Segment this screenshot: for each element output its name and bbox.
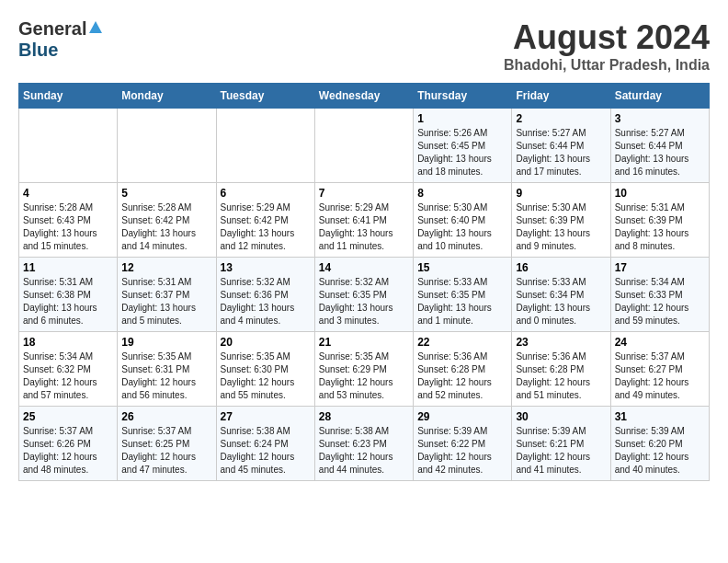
calendar-table: SundayMondayTuesdayWednesdayThursdayFrid… <box>18 83 710 481</box>
day-info: Sunrise: 5:36 AM Sunset: 6:28 PM Dayligh… <box>417 350 507 402</box>
calendar-cell: 22Sunrise: 5:36 AM Sunset: 6:28 PM Dayli… <box>414 332 512 407</box>
day-info: Sunrise: 5:39 AM Sunset: 6:20 PM Dayligh… <box>615 425 705 477</box>
calendar-cell: 24Sunrise: 5:37 AM Sunset: 6:27 PM Dayli… <box>610 332 709 407</box>
day-number: 13 <box>221 261 311 274</box>
day-number: 7 <box>319 187 409 200</box>
day-info: Sunrise: 5:34 AM Sunset: 6:33 PM Dayligh… <box>615 276 705 327</box>
title-area: August 2024 Bhadohi, Uttar Pradesh, Indi… <box>504 18 710 74</box>
day-info: Sunrise: 5:33 AM Sunset: 6:35 PM Dayligh… <box>417 276 507 327</box>
day-info: Sunrise: 5:38 AM Sunset: 6:23 PM Dayligh… <box>319 425 409 477</box>
calendar-cell: 31Sunrise: 5:39 AM Sunset: 6:20 PM Dayli… <box>610 407 709 481</box>
day-info: Sunrise: 5:37 AM Sunset: 6:26 PM Dayligh… <box>23 425 113 477</box>
day-number: 30 <box>516 410 606 423</box>
day-info: Sunrise: 5:28 AM Sunset: 6:43 PM Dayligh… <box>23 201 113 253</box>
calendar-cell <box>118 109 216 183</box>
day-info: Sunrise: 5:31 AM Sunset: 6:37 PM Dayligh… <box>121 276 211 327</box>
day-header-thursday: Thursday <box>414 84 512 109</box>
logo-arrow-icon <box>88 20 103 39</box>
calendar-cell: 9Sunrise: 5:30 AM Sunset: 6:39 PM Daylig… <box>512 183 610 258</box>
day-number: 31 <box>615 410 705 423</box>
month-year: August 2024 <box>504 18 710 57</box>
day-info: Sunrise: 5:38 AM Sunset: 6:24 PM Dayligh… <box>221 425 311 477</box>
day-info: Sunrise: 5:32 AM Sunset: 6:35 PM Dayligh… <box>319 276 409 327</box>
calendar-cell: 19Sunrise: 5:35 AM Sunset: 6:31 PM Dayli… <box>118 332 216 407</box>
calendar-cell: 10Sunrise: 5:31 AM Sunset: 6:39 PM Dayli… <box>610 183 709 258</box>
day-number: 15 <box>417 261 507 274</box>
logo: General Blue <box>18 18 105 61</box>
calendar-cell: 5Sunrise: 5:28 AM Sunset: 6:42 PM Daylig… <box>118 183 216 258</box>
day-number: 27 <box>221 410 311 423</box>
calendar-cell: 20Sunrise: 5:35 AM Sunset: 6:30 PM Dayli… <box>216 332 314 407</box>
logo-blue: Blue <box>18 40 58 60</box>
day-info: Sunrise: 5:27 AM Sunset: 6:44 PM Dayligh… <box>615 127 705 178</box>
day-number: 18 <box>23 336 113 349</box>
day-number: 17 <box>615 261 705 274</box>
calendar-cell: 7Sunrise: 5:29 AM Sunset: 6:41 PM Daylig… <box>314 183 413 258</box>
day-number: 11 <box>23 261 113 274</box>
day-number: 1 <box>417 112 507 125</box>
location: Bhadohi, Uttar Pradesh, India <box>504 57 710 74</box>
calendar-cell: 16Sunrise: 5:33 AM Sunset: 6:34 PM Dayli… <box>512 258 610 332</box>
day-info: Sunrise: 5:27 AM Sunset: 6:44 PM Dayligh… <box>516 127 606 178</box>
week-row-1: 1Sunrise: 5:26 AM Sunset: 6:45 PM Daylig… <box>19 109 710 183</box>
day-info: Sunrise: 5:32 AM Sunset: 6:36 PM Dayligh… <box>221 276 311 327</box>
day-number: 21 <box>319 336 409 349</box>
day-number: 20 <box>221 336 311 349</box>
week-row-4: 18Sunrise: 5:34 AM Sunset: 6:32 PM Dayli… <box>19 332 710 407</box>
calendar-cell: 15Sunrise: 5:33 AM Sunset: 6:35 PM Dayli… <box>414 258 512 332</box>
day-info: Sunrise: 5:35 AM Sunset: 6:29 PM Dayligh… <box>319 350 409 402</box>
week-row-5: 25Sunrise: 5:37 AM Sunset: 6:26 PM Dayli… <box>19 407 710 481</box>
day-number: 14 <box>319 261 409 274</box>
day-info: Sunrise: 5:34 AM Sunset: 6:32 PM Dayligh… <box>23 350 113 402</box>
calendar-cell: 17Sunrise: 5:34 AM Sunset: 6:33 PM Dayli… <box>610 258 709 332</box>
calendar-cell: 1Sunrise: 5:26 AM Sunset: 6:45 PM Daylig… <box>414 109 512 183</box>
calendar-cell: 30Sunrise: 5:39 AM Sunset: 6:21 PM Dayli… <box>512 407 610 481</box>
day-number: 6 <box>221 187 311 200</box>
day-number: 28 <box>319 410 409 423</box>
day-number: 5 <box>121 187 211 200</box>
calendar-cell: 3Sunrise: 5:27 AM Sunset: 6:44 PM Daylig… <box>610 109 709 183</box>
day-number: 26 <box>121 410 211 423</box>
calendar-cell: 8Sunrise: 5:30 AM Sunset: 6:40 PM Daylig… <box>414 183 512 258</box>
calendar-cell: 12Sunrise: 5:31 AM Sunset: 6:37 PM Dayli… <box>118 258 216 332</box>
day-info: Sunrise: 5:33 AM Sunset: 6:34 PM Dayligh… <box>516 276 606 327</box>
day-info: Sunrise: 5:39 AM Sunset: 6:22 PM Dayligh… <box>417 425 507 477</box>
week-row-3: 11Sunrise: 5:31 AM Sunset: 6:38 PM Dayli… <box>19 258 710 332</box>
calendar-cell: 4Sunrise: 5:28 AM Sunset: 6:43 PM Daylig… <box>19 183 118 258</box>
day-header-tuesday: Tuesday <box>216 84 314 109</box>
day-info: Sunrise: 5:37 AM Sunset: 6:27 PM Dayligh… <box>615 350 705 402</box>
day-number: 8 <box>417 187 507 200</box>
day-header-monday: Monday <box>118 84 216 109</box>
svg-marker-0 <box>89 21 102 33</box>
day-info: Sunrise: 5:30 AM Sunset: 6:39 PM Dayligh… <box>516 201 606 253</box>
day-header-saturday: Saturday <box>610 84 709 109</box>
day-info: Sunrise: 5:31 AM Sunset: 6:38 PM Dayligh… <box>23 276 113 327</box>
day-info: Sunrise: 5:30 AM Sunset: 6:40 PM Dayligh… <box>417 201 507 253</box>
day-number: 4 <box>23 187 113 200</box>
calendar-cell: 6Sunrise: 5:29 AM Sunset: 6:42 PM Daylig… <box>216 183 314 258</box>
day-number: 9 <box>516 187 606 200</box>
calendar-cell <box>314 109 413 183</box>
calendar-cell: 2Sunrise: 5:27 AM Sunset: 6:44 PM Daylig… <box>512 109 610 183</box>
day-number: 23 <box>516 336 606 349</box>
day-info: Sunrise: 5:29 AM Sunset: 6:41 PM Dayligh… <box>319 201 409 253</box>
day-number: 12 <box>121 261 211 274</box>
day-number: 16 <box>516 261 606 274</box>
day-header-sunday: Sunday <box>19 84 118 109</box>
day-number: 10 <box>615 187 705 200</box>
day-info: Sunrise: 5:31 AM Sunset: 6:39 PM Dayligh… <box>615 201 705 253</box>
day-number: 24 <box>615 336 705 349</box>
day-number: 19 <box>121 336 211 349</box>
calendar-cell: 11Sunrise: 5:31 AM Sunset: 6:38 PM Dayli… <box>19 258 118 332</box>
calendar-cell: 28Sunrise: 5:38 AM Sunset: 6:23 PM Dayli… <box>314 407 413 481</box>
week-row-2: 4Sunrise: 5:28 AM Sunset: 6:43 PM Daylig… <box>19 183 710 258</box>
day-info: Sunrise: 5:36 AM Sunset: 6:28 PM Dayligh… <box>516 350 606 402</box>
calendar-cell: 21Sunrise: 5:35 AM Sunset: 6:29 PM Dayli… <box>314 332 413 407</box>
day-info: Sunrise: 5:35 AM Sunset: 6:30 PM Dayligh… <box>221 350 311 402</box>
day-info: Sunrise: 5:35 AM Sunset: 6:31 PM Dayligh… <box>121 350 211 402</box>
day-number: 29 <box>417 410 507 423</box>
day-info: Sunrise: 5:29 AM Sunset: 6:42 PM Dayligh… <box>221 201 311 253</box>
day-header-friday: Friday <box>512 84 610 109</box>
calendar-cell: 26Sunrise: 5:37 AM Sunset: 6:25 PM Dayli… <box>118 407 216 481</box>
day-number: 22 <box>417 336 507 349</box>
